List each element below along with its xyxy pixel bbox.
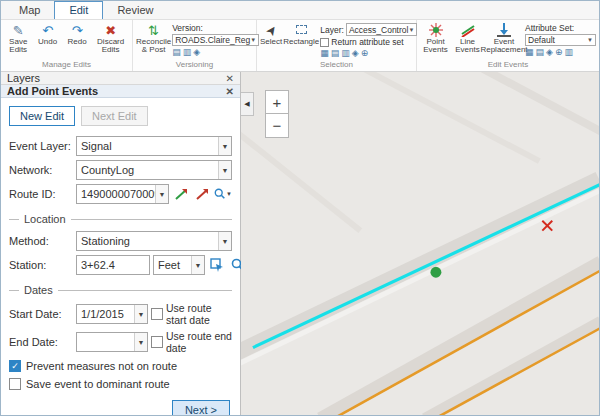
return-attribute-set-label: Return attribute set [331,37,403,47]
undo-icon: ↶ [42,23,53,38]
version-dropdown[interactable]: ROADS.Claire_Reg ▼ [172,34,259,46]
pick-route-icon[interactable] [172,185,190,203]
close-icon[interactable]: ✕ [226,86,234,97]
reconcile-post-icon: ⇅ [148,23,159,38]
new-edit-button[interactable]: New Edit [9,106,75,126]
end-date-picker[interactable]: ▼ [76,332,148,352]
return-attribute-set-checkbox[interactable] [320,38,329,47]
undo-button[interactable]: ↶ Undo [33,22,61,46]
faint-road [480,72,599,131]
group-label-versioning: Versioning [133,60,256,71]
tab-review[interactable]: Review [103,2,167,19]
red-x-marker [542,221,552,231]
pane-title: Add Point Events [7,85,98,97]
chevron-down-icon: ▼ [218,161,231,179]
tab-map[interactable]: Map [5,2,54,19]
group-label-selection: Selection [257,60,416,71]
ribbon: ✎ Save Edits ↶ Undo ↷ Redo ✖ Discard Edi… [1,20,599,72]
station-unit-dropdown[interactable]: Feet ▼ [153,255,205,275]
redo-button[interactable]: ↷ Redo [63,22,91,46]
use-route-end-date-checkbox[interactable] [151,336,163,348]
route-id-combobox[interactable]: 14900000700090M01 ▼ [76,184,169,204]
point-events-button[interactable]: Point Events [420,22,451,55]
use-route-start-date-label: Use route start date [166,302,232,326]
pick-station-on-map-icon[interactable] [208,256,226,274]
group-selection: ➤ Select Rectangle Layer: Access_Control… [257,20,417,71]
point-events-icon [429,23,443,38]
event-tool-5-icon[interactable]: ▥ [565,47,574,57]
attributes-icon[interactable]: ▥ [341,48,350,58]
event-layer-dropdown[interactable]: Signal ▼ [76,136,232,156]
chevron-down-icon: ▼ [218,232,231,250]
event-layer-label: Event Layer: [9,140,73,152]
selection-tools-icon[interactable]: ⊕ [361,48,369,58]
redo-icon: ↷ [72,23,83,38]
collapse-arrow-icon: ◀ [244,100,249,108]
method-dropdown[interactable]: Stationing ▼ [76,231,232,251]
rectangle-button[interactable]: Rectangle [283,22,319,46]
pick-route-alt-icon[interactable] [193,185,211,203]
layer-dropdown[interactable]: Access_Control ▼ [346,23,417,36]
faint-road [241,191,599,367]
version-changes-icon[interactable]: ▥ [183,47,192,57]
zoom-out-button[interactable]: − [265,114,289,138]
chevron-down-icon: ▼ [408,27,414,33]
layers-pane-title: Layers [7,72,40,84]
zoom-in-button[interactable]: + [265,90,289,114]
group-edit-events: Point Events Line Events Event Replaceme… [417,20,599,71]
faint-road [241,131,360,230]
map-canvas [241,72,599,415]
chevron-down-icon: ▼ [587,37,593,43]
start-date-picker[interactable]: 1/1/2015 ▼ [76,304,148,324]
ribbon-tab-bar: Map Edit Review [1,1,599,20]
network-label: Network: [9,164,73,176]
event-tool-3-icon[interactable]: ◈ [546,47,553,57]
rectangle-tool-icon [296,23,307,38]
save-dominant-route-checkbox[interactable] [9,378,21,390]
line-events-icon [461,23,475,38]
network-dropdown[interactable]: CountyLog ▼ [76,160,232,180]
group-label-edit-events: Edit Events [417,60,599,71]
discard-edits-button[interactable]: ✖ Discard Edits [92,22,129,55]
point-event-marker[interactable] [430,267,441,278]
chevron-down-icon: ▼ [218,137,231,155]
selection-options-icon[interactable]: ◈ [352,48,359,58]
prevent-measures-checkbox[interactable]: ✓ [9,360,21,372]
next-button[interactable]: Next > [172,400,230,416]
method-label: Method: [9,235,73,247]
use-route-start-date-checkbox[interactable] [151,308,163,320]
group-manage-edits: ✎ Save Edits ↶ Undo ↷ Redo ✖ Discard Edi… [1,20,133,71]
version-manager-icon[interactable]: ◈ [193,47,200,57]
layer-label: Layer: [320,25,344,35]
map-view[interactable]: ◀ + − [241,72,599,415]
chevron-down-icon: ▼ [155,185,168,203]
prevent-measures-label: Prevent measures not on route [26,360,177,372]
event-tool-2-icon[interactable]: ▤ [536,47,545,57]
close-icon[interactable]: ✕ [226,73,234,84]
collapse-pane-button[interactable]: ◀ [241,92,254,116]
attribute-set-dropdown[interactable]: Default ▼ [525,34,596,46]
select-button[interactable]: ➤ Select [260,22,282,46]
layers-pane-header: Layers ✕ [1,72,240,85]
reconcile-post-button[interactable]: ⇅ Reconcile & Post [136,22,171,55]
clear-selection-icon[interactable]: ▤ [331,48,340,58]
discard-edits-icon: ✖ [105,23,116,38]
event-replacement-button[interactable]: Event Replacement [484,22,524,55]
line-events-button[interactable]: Line Events [452,22,483,55]
select-all-icon[interactable]: ▦ [320,48,329,58]
group-label-manage-edits: Manage Edits [1,60,132,71]
chevron-down-icon: ▼ [134,333,147,351]
route-line-cyan[interactable] [253,184,599,348]
event-tool-1-icon[interactable]: ▦ [525,47,534,57]
event-tool-4-icon[interactable]: ⊕ [555,47,563,57]
tab-edit[interactable]: Edit [54,1,103,19]
version-list-icon[interactable]: ▤ [172,47,181,57]
save-edits-icon: ✎ [13,23,24,38]
next-edit-button[interactable]: Next Edit [81,106,148,126]
arcgis-window: Map Edit Review ✎ Save Edits ↶ Undo ↷ Re… [0,0,600,416]
station-input[interactable]: 3+62.4 [76,255,150,275]
route-id-label: Route ID: [9,188,73,200]
save-edits-button[interactable]: ✎ Save Edits [4,22,32,55]
zoom-to-route-icon[interactable]: ▼ [214,185,232,203]
chevron-down-icon: ▼ [134,305,147,323]
